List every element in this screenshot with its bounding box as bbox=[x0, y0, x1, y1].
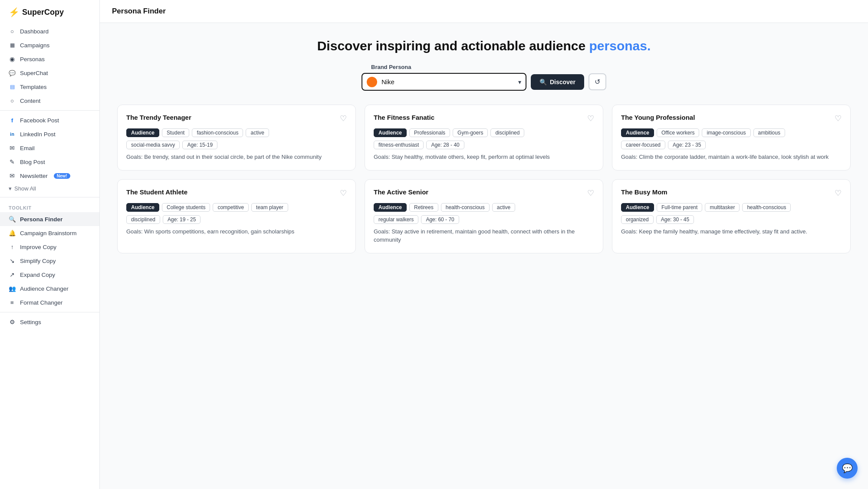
sidebar-item-expand-copy[interactable]: ↗ Expand Copy bbox=[0, 268, 99, 282]
tag: image-conscious bbox=[702, 128, 750, 137]
tag: fitness-enthusiast bbox=[374, 141, 424, 149]
tag: multitasker bbox=[705, 203, 740, 212]
sidebar-item-simplify-copy[interactable]: ↘ Simplify Copy bbox=[0, 254, 99, 268]
expand-icon: ↗ bbox=[9, 271, 16, 278]
refresh-button[interactable]: ↺ bbox=[589, 73, 606, 90]
page-header: Persona Finder bbox=[100, 0, 868, 23]
sidebar-item-label: Facebook Post bbox=[20, 117, 59, 124]
show-all-button[interactable]: ▾ Show All bbox=[0, 183, 99, 194]
sidebar-item-format-changer[interactable]: ≡ Format Changer bbox=[0, 295, 99, 309]
tag: organized bbox=[621, 215, 654, 224]
brand-avatar bbox=[367, 77, 377, 87]
brand-persona-row: Nike ▾ 🔍 Discover ↺ bbox=[362, 73, 606, 91]
tag: College students bbox=[162, 203, 210, 212]
campaigns-icon: ▦ bbox=[9, 42, 16, 49]
card-header: The Fitness Fanatic♡ bbox=[374, 114, 594, 123]
card-header: The Young Professional♡ bbox=[621, 114, 842, 123]
persona-card: The Student Athlete♡AudienceCollege stud… bbox=[117, 179, 356, 253]
heart-icon: ♡ bbox=[587, 114, 594, 123]
card-goals: Goals: Keep the family healthy, manage t… bbox=[621, 227, 842, 236]
tags-row-2: organizedAge: 30 - 45 bbox=[621, 215, 842, 224]
favorite-button[interactable]: ♡ bbox=[587, 114, 594, 123]
tag: competitive bbox=[213, 203, 249, 212]
sidebar-item-improve-copy[interactable]: ↑ Improve Copy bbox=[0, 240, 99, 254]
newsletter-icon: ✉ bbox=[9, 172, 16, 179]
tags-row-2: disciplinedAge: 19 - 25 bbox=[126, 215, 347, 224]
sidebar-item-settings[interactable]: ⚙ Settings bbox=[0, 315, 99, 329]
favorite-button[interactable]: ♡ bbox=[835, 114, 842, 123]
tags-row-1: AudienceOffice workersimage-consciousamb… bbox=[621, 128, 842, 137]
sidebar-item-label: Campaign Brainstorm bbox=[20, 230, 77, 236]
refresh-icon: ↺ bbox=[595, 78, 600, 86]
sidebar-item-facebook-post[interactable]: f Facebook Post bbox=[0, 113, 99, 127]
card-goals: Goals: Be trendy, stand out in their soc… bbox=[126, 153, 347, 161]
tag: health-conscious bbox=[742, 203, 791, 212]
email-icon: ✉ bbox=[9, 144, 16, 151]
toolkit-nav: 🔍 Persona Finder 🔔 Campaign Brainstorm ↑… bbox=[0, 212, 99, 309]
card-goals: Goals: Climb the corporate ladder, maint… bbox=[621, 153, 842, 161]
linkedin-icon: in bbox=[9, 131, 16, 138]
tags-row-2: regular walkersAge: 60 - 70 bbox=[374, 215, 594, 224]
hero-text-start: Discover inspiring and actionable audien… bbox=[317, 39, 589, 53]
sidebar-item-campaigns[interactable]: ▦ Campaigns bbox=[0, 38, 99, 52]
favorite-button[interactable]: ♡ bbox=[340, 114, 347, 123]
tags-row-1: AudienceRetireeshealth-consciousactive bbox=[374, 203, 594, 212]
personas-grid: The Trendy Teenager♡AudienceStudentfashi… bbox=[117, 105, 851, 253]
tag: disciplined bbox=[490, 128, 524, 137]
sidebar-item-label: Simplify Copy bbox=[20, 258, 56, 264]
sidebar-item-persona-finder[interactable]: 🔍 Persona Finder bbox=[0, 212, 99, 226]
tags-row-2: career-focusedAge: 23 - 35 bbox=[621, 141, 842, 149]
card-title: The Active Senior bbox=[374, 188, 428, 196]
sidebar-item-content[interactable]: ○ Content bbox=[0, 94, 99, 108]
card-goals: Goals: Stay active in retirement, mainta… bbox=[374, 227, 594, 244]
sidebar-item-label: Newsletter bbox=[20, 173, 48, 179]
tag: Student bbox=[162, 128, 189, 137]
sidebar-item-label: Personas bbox=[20, 56, 45, 62]
tag: active bbox=[246, 128, 269, 137]
sidebar-item-personas[interactable]: ◉ Personas bbox=[0, 52, 99, 66]
app-logo: ⚡ SuperCopy bbox=[0, 0, 99, 24]
sidebar-item-superchat[interactable]: 💬 SuperChat bbox=[0, 66, 99, 80]
tag: Audience bbox=[621, 203, 654, 212]
sidebar-item-newsletter[interactable]: ✉ Newsletter New! bbox=[0, 169, 99, 183]
sidebar-item-dashboard[interactable]: ○ Dashboard bbox=[0, 24, 99, 38]
sidebar-item-email[interactable]: ✉ Email bbox=[0, 141, 99, 155]
discover-button[interactable]: 🔍 Discover bbox=[531, 74, 584, 90]
sidebar-item-label: Content bbox=[20, 98, 40, 104]
bolt-icon: ⚡ bbox=[9, 7, 20, 17]
improve-icon: ↑ bbox=[9, 243, 16, 250]
tag: fashion-conscious bbox=[192, 128, 243, 137]
sidebar-item-campaign-brainstorm[interactable]: 🔔 Campaign Brainstorm bbox=[0, 226, 99, 240]
heart-icon: ♡ bbox=[587, 189, 594, 197]
tag: Audience bbox=[374, 203, 407, 212]
sidebar-item-blog-post[interactable]: ✎ Blog Post bbox=[0, 155, 99, 169]
brand-select-wrapper: Nike ▾ bbox=[362, 73, 526, 91]
favorite-button[interactable]: ♡ bbox=[587, 188, 594, 198]
tag: team player bbox=[251, 203, 288, 212]
sidebar-item-linkedin-post[interactable]: in LinkedIn Post bbox=[0, 127, 99, 141]
card-title: The Fitness Fanatic bbox=[374, 114, 434, 121]
favorite-button[interactable]: ♡ bbox=[340, 188, 347, 198]
tags-row-2: social-media savvyAge: 15-19 bbox=[126, 141, 347, 149]
tag: social-media savvy bbox=[126, 141, 180, 149]
tag: disciplined bbox=[126, 215, 160, 224]
page-title: Persona Finder bbox=[112, 7, 166, 15]
search-icon: 🔍 bbox=[9, 216, 16, 223]
settings-icon: ⚙ bbox=[9, 318, 16, 325]
sidebar-item-label: Expand Copy bbox=[20, 272, 55, 278]
sidebar-item-templates[interactable]: ▤ Templates bbox=[0, 80, 99, 94]
tag: Audience bbox=[126, 128, 159, 137]
sidebar-item-label: Audience Changer bbox=[20, 286, 69, 292]
discover-btn-label: Discover bbox=[550, 79, 575, 85]
tag: Age: 30 - 45 bbox=[656, 215, 694, 224]
sidebar-item-label: Email bbox=[20, 145, 35, 151]
favorite-button[interactable]: ♡ bbox=[835, 188, 842, 198]
brand-select[interactable]: Nike bbox=[362, 73, 526, 91]
hero-text-accent: personas. bbox=[589, 39, 651, 53]
sidebar-item-audience-changer[interactable]: 👥 Audience Changer bbox=[0, 282, 99, 295]
card-header: The Trendy Teenager♡ bbox=[126, 114, 347, 123]
hero-title: Discover inspiring and actionable audien… bbox=[117, 39, 851, 53]
tag: Professionals bbox=[409, 128, 450, 137]
sidebar-item-label: SuperChat bbox=[20, 70, 48, 76]
chat-fab-button[interactable]: 💬 bbox=[837, 458, 858, 479]
